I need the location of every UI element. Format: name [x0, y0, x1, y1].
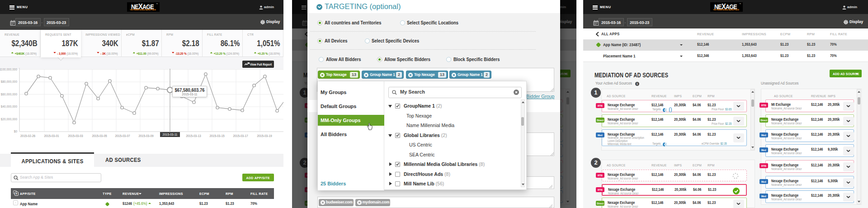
svg-text:2015-03-11: 2015-03-11: [163, 133, 178, 136]
svg-text:$40,000,000: $40,000,000: [1, 105, 18, 108]
svg-text:$100,000,000: $100,000,000: [0, 68, 17, 71]
svg-text:2015-03-13: 2015-03-13: [186, 134, 201, 137]
svg-text:2015-03-19: 2015-03-19: [257, 134, 272, 137]
svg-text:$20,000,000: $20,000,000: [1, 118, 18, 121]
svg-text:2015-03-09: 2015-03-09: [138, 134, 154, 137]
svg-text:2015-03-17: 2015-03-17: [233, 134, 248, 137]
svg-text:2015-03-15: 2015-03-15: [209, 134, 225, 137]
svg-text:$80,000,000: $80,000,000: [1, 80, 18, 83]
svg-text:2015-03-03: 2015-03-03: [68, 134, 83, 137]
svg-text:2015-03-07: 2015-03-07: [115, 134, 130, 137]
svg-text:$60,000,000: $60,000,000: [1, 93, 18, 96]
svg-text:2015-02-26: 2015-02-26: [20, 134, 36, 137]
svg-text:$0: $0: [14, 130, 18, 133]
svg-text:2015-03-05: 2015-03-05: [92, 134, 107, 137]
svg-text:2015-03-01: 2015-03-01: [44, 134, 59, 137]
